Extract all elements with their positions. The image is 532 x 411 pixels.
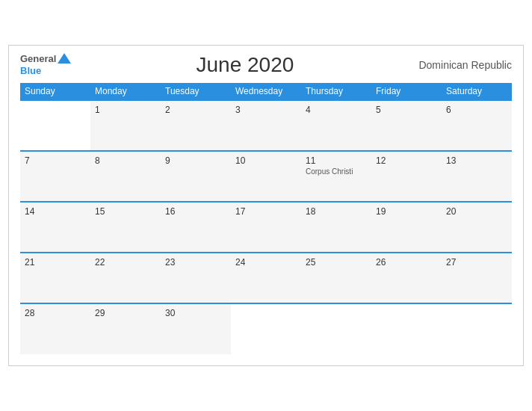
calendar-day-cell: 8 (90, 151, 161, 202)
calendar-day-cell: 24 (231, 253, 301, 303)
day-number: 23 (165, 257, 226, 268)
day-number: 5 (376, 105, 437, 115)
calendar-day-cell: 18 (301, 202, 371, 253)
day-number: 7 (25, 155, 86, 166)
day-number: 18 (306, 206, 367, 217)
calendar-header-row: SundayMondayTuesdayWednesdayThursdayFrid… (20, 83, 512, 100)
day-number: 28 (25, 308, 86, 318)
day-number: 12 (376, 155, 437, 166)
calendar-day-cell: 5 (371, 100, 442, 151)
calendar-day-cell: 10 (231, 151, 301, 202)
day-number: 10 (235, 155, 297, 166)
day-number: 30 (165, 308, 226, 318)
calendar-week-row: 14151617181920 (20, 202, 512, 253)
day-number: 11 (306, 155, 367, 166)
day-number: 25 (306, 257, 367, 268)
calendar: General Blue June 2020 Dominican Republi… (8, 45, 524, 366)
day-number: 16 (165, 206, 226, 217)
calendar-day-cell: 2 (161, 100, 231, 151)
calendar-week-row: 7891011Corpus Christi1213 (20, 151, 512, 202)
calendar-day-cell: 7 (20, 151, 90, 202)
calendar-day-cell: 15 (90, 202, 161, 253)
day-number: 9 (165, 155, 226, 166)
day-number: 1 (95, 105, 156, 115)
logo: General Blue (20, 53, 71, 77)
calendar-day-cell: 28 (20, 303, 90, 354)
weekday-header: Sunday (20, 83, 90, 100)
day-number: 27 (446, 257, 507, 268)
day-number: 4 (306, 105, 367, 115)
weekday-header: Monday (90, 83, 161, 100)
weekday-header: Tuesday (161, 83, 231, 100)
calendar-day-cell: 17 (231, 202, 301, 253)
calendar-day-cell: 27 (442, 253, 512, 303)
calendar-title: June 2020 (197, 53, 294, 77)
calendar-day-cell: 22 (90, 253, 161, 303)
holiday-label: Corpus Christi (306, 167, 367, 176)
day-number: 15 (95, 206, 156, 217)
calendar-day-cell: 4 (301, 100, 371, 151)
day-number: 14 (25, 206, 86, 217)
calendar-header: General Blue June 2020 Dominican Republi… (20, 53, 512, 77)
day-number: 8 (95, 155, 156, 166)
weekday-header: Friday (371, 83, 442, 100)
day-number: 24 (235, 257, 297, 268)
calendar-week-row: 123456 (20, 100, 512, 151)
calendar-day-cell: 23 (161, 253, 231, 303)
calendar-day-cell: 6 (442, 100, 512, 151)
calendar-day-cell (371, 303, 442, 354)
calendar-day-cell: 30 (161, 303, 231, 354)
country-label: Dominican Republic (418, 59, 512, 71)
calendar-day-cell (301, 303, 371, 354)
calendar-day-cell: 20 (442, 202, 512, 253)
calendar-day-cell: 14 (20, 202, 90, 253)
calendar-day-cell (20, 100, 90, 151)
calendar-day-cell: 1 (90, 100, 161, 151)
day-number: 2 (165, 105, 226, 115)
calendar-table: SundayMondayTuesdayWednesdayThursdayFrid… (20, 83, 512, 354)
calendar-day-cell: 3 (231, 100, 301, 151)
day-number: 13 (446, 155, 507, 166)
day-number: 6 (446, 105, 507, 115)
day-number: 19 (376, 206, 437, 217)
calendar-day-cell: 19 (371, 202, 442, 253)
weekday-header: Thursday (301, 83, 371, 100)
calendar-day-cell: 16 (161, 202, 231, 253)
calendar-day-cell: 12 (371, 151, 442, 202)
calendar-day-cell (231, 303, 301, 354)
calendar-day-cell: 29 (90, 303, 161, 354)
weekday-header: Wednesday (231, 83, 301, 100)
logo-general-text: General (20, 53, 56, 65)
day-number: 17 (235, 206, 297, 217)
calendar-day-cell: 26 (371, 253, 442, 303)
day-number: 3 (235, 105, 297, 115)
calendar-day-cell: 9 (161, 151, 231, 202)
calendar-week-row: 282930 (20, 303, 512, 354)
calendar-day-cell: 13 (442, 151, 512, 202)
logo-triangle-icon (58, 53, 71, 64)
day-number: 26 (376, 257, 437, 268)
day-number: 22 (95, 257, 156, 268)
calendar-week-row: 21222324252627 (20, 253, 512, 303)
day-number: 29 (95, 308, 156, 318)
day-number: 20 (446, 206, 507, 217)
calendar-day-cell: 21 (20, 253, 90, 303)
calendar-day-cell (442, 303, 512, 354)
day-number: 21 (25, 257, 86, 268)
calendar-day-cell: 11Corpus Christi (301, 151, 371, 202)
weekday-header: Saturday (442, 83, 512, 100)
calendar-day-cell: 25 (301, 253, 371, 303)
logo-blue-text: Blue (20, 65, 71, 77)
